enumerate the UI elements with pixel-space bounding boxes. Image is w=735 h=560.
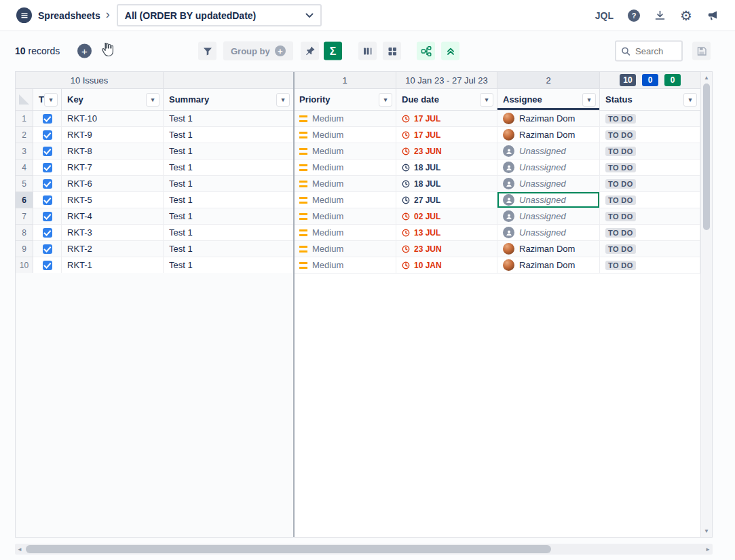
cell-key[interactable]: RKT-7	[62, 160, 164, 176]
view-selector-dropdown[interactable]: All (ORDER BY updatedDate)	[117, 4, 322, 26]
column-menu-due-date[interactable]: ▾	[480, 93, 493, 107]
scroll-down-arrow[interactable]: ▼	[701, 526, 712, 536]
grid-view-button[interactable]	[383, 42, 401, 60]
cell-assignee[interactable]: Raziman Dom	[497, 241, 600, 257]
collapse-all-button[interactable]	[441, 42, 459, 60]
column-header-priority[interactable]: Priority ▾	[294, 89, 396, 110]
cell-key[interactable]: RKT-10	[62, 111, 164, 127]
cell-summary[interactable]: Test 1	[164, 192, 294, 208]
cell-assignee[interactable]: Raziman Dom	[497, 111, 600, 127]
cell-key[interactable]: RKT-9	[62, 127, 164, 143]
column-header-assignee[interactable]: Assignee ▾	[497, 89, 600, 110]
cell-priority[interactable]: Medium	[294, 111, 396, 127]
cell-due-date[interactable]: 23 JUN	[396, 241, 497, 257]
row-checkbox[interactable]	[43, 261, 52, 270]
column-menu-status[interactable]: ▾	[683, 93, 697, 107]
pin-button[interactable]	[301, 42, 319, 60]
column-menu-key[interactable]: ▾	[146, 93, 159, 107]
cell-priority[interactable]: Medium	[294, 127, 396, 143]
row-checkbox[interactable]	[43, 130, 52, 140]
cell-assignee[interactable]: Unassigned	[497, 192, 600, 208]
cell-due-date[interactable]: 27 JUL	[396, 192, 497, 208]
row-number[interactable]: 6	[16, 192, 33, 208]
column-header-due-date[interactable]: Due date ▾	[396, 89, 497, 110]
cell-summary[interactable]: Test 1	[164, 257, 294, 274]
cell-summary[interactable]: Test 1	[164, 143, 294, 160]
row-checkbox[interactable]	[43, 212, 52, 221]
cell-summary[interactable]: Test 1	[164, 176, 294, 192]
filter-button[interactable]	[198, 42, 216, 60]
cell-due-date[interactable]: 18 JUL	[396, 176, 497, 192]
cell-priority[interactable]: Medium	[294, 257, 396, 274]
select-all-corner[interactable]	[16, 89, 33, 110]
row-checkbox[interactable]	[43, 244, 52, 254]
cell-priority[interactable]: Medium	[294, 143, 396, 160]
row-number[interactable]: 8	[16, 225, 33, 241]
cell-priority[interactable]: Medium	[294, 208, 396, 225]
cell-status[interactable]: TO DO	[600, 143, 700, 160]
cell-summary[interactable]: Test 1	[164, 225, 294, 241]
save-button[interactable]	[692, 42, 711, 60]
cell-status[interactable]: TO DO	[600, 241, 700, 257]
column-menu-type[interactable]: ▾	[44, 93, 58, 107]
cell-assignee[interactable]: Unassigned	[497, 176, 600, 192]
cell-assignee[interactable]: Unassigned	[497, 208, 600, 225]
cell-key[interactable]: RKT-1	[62, 257, 164, 274]
cell-due-date[interactable]: 10 JAN	[396, 257, 497, 274]
cell-due-date[interactable]: 17 JUL	[396, 127, 497, 143]
row-checkbox[interactable]	[43, 147, 52, 156]
cell-key[interactable]: RKT-8	[62, 143, 164, 160]
cell-status[interactable]: TO DO	[600, 257, 700, 274]
gear-icon[interactable]: ⚙	[680, 9, 692, 22]
cell-assignee[interactable]: Raziman Dom	[497, 257, 600, 274]
scroll-up-arrow[interactable]: ▲	[701, 73, 712, 83]
cell-assignee[interactable]: Unassigned	[497, 143, 600, 160]
columns-button[interactable]	[358, 42, 377, 60]
column-header-status[interactable]: Status ▾	[600, 89, 700, 110]
search-box[interactable]	[615, 41, 683, 62]
cell-status[interactable]: TO DO	[600, 192, 700, 208]
cell-summary[interactable]: Test 1	[164, 160, 294, 176]
sum-button[interactable]: Σ	[324, 42, 342, 60]
cell-status[interactable]: TO DO	[600, 127, 700, 143]
row-checkbox[interactable]	[43, 114, 52, 124]
cell-key[interactable]: RKT-4	[62, 208, 164, 225]
cell-summary[interactable]: Test 1	[164, 241, 294, 257]
frozen-pane-divider[interactable]	[293, 72, 295, 537]
cell-key[interactable]: RKT-6	[62, 176, 164, 192]
cell-priority[interactable]: Medium	[294, 160, 396, 176]
cell-due-date[interactable]: 17 JUL	[396, 111, 497, 127]
column-header-summary[interactable]: Summary ▾	[164, 89, 294, 110]
scroll-left-arrow[interactable]: ◄	[15, 544, 24, 555]
cell-summary[interactable]: Test 1	[164, 111, 294, 127]
cell-summary[interactable]: Test 1	[164, 208, 294, 225]
vertical-scrollbar-thumb[interactable]	[703, 83, 710, 230]
cell-due-date[interactable]: 02 JUL	[396, 208, 497, 225]
row-checkbox[interactable]	[43, 163, 52, 172]
row-number[interactable]: 4	[16, 160, 33, 176]
cell-priority[interactable]: Medium	[294, 192, 396, 208]
megaphone-icon[interactable]	[706, 10, 719, 22]
breadcrumb-app-title[interactable]: Spreadsheets	[38, 10, 100, 21]
row-number[interactable]: 5	[16, 176, 33, 192]
row-checkbox[interactable]	[43, 195, 52, 205]
cell-assignee[interactable]: Raziman Dom	[497, 127, 600, 143]
cell-key[interactable]: RKT-3	[62, 225, 164, 241]
horizontal-scrollbar[interactable]: ◄ ►	[15, 544, 713, 555]
column-menu-summary[interactable]: ▾	[276, 93, 290, 107]
cell-due-date[interactable]: 13 JUL	[396, 225, 497, 241]
jql-button[interactable]: JQL	[595, 10, 614, 21]
row-number[interactable]: 2	[16, 127, 33, 143]
row-checkbox[interactable]	[43, 228, 52, 238]
cell-status[interactable]: TO DO	[600, 208, 700, 225]
cell-priority[interactable]: Medium	[294, 241, 396, 257]
row-number[interactable]: 10	[16, 257, 33, 274]
row-number[interactable]: 9	[16, 241, 33, 257]
add-record-button[interactable]: +	[77, 44, 92, 58]
hierarchy-button[interactable]	[417, 42, 435, 60]
cell-status[interactable]: TO DO	[600, 176, 700, 192]
cell-assignee[interactable]: Unassigned	[497, 225, 600, 241]
row-number[interactable]: 7	[16, 208, 33, 225]
cell-summary[interactable]: Test 1	[164, 127, 294, 143]
cell-due-date[interactable]: 18 JUL	[396, 160, 497, 176]
